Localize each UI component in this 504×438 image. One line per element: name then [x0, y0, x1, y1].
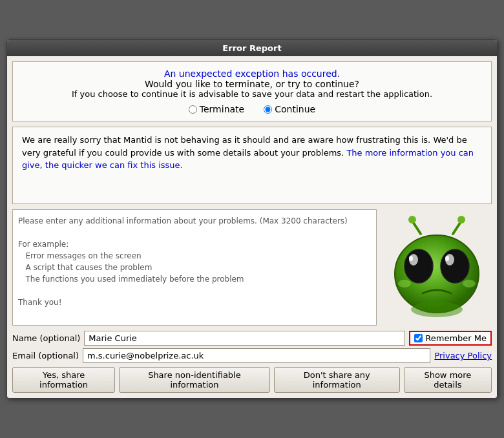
titlebar: Error Report — [7, 40, 497, 56]
error-line2: Would you like to terminate, or try to c… — [22, 79, 482, 89]
window-title: Error Report — [222, 43, 281, 53]
additional-info-textarea[interactable]: Please enter any additional information … — [12, 209, 377, 326]
radio-row: Terminate Continue — [22, 104, 482, 114]
privacy-policy-link[interactable]: Privacy Policy — [434, 351, 492, 360]
email-section: Email (optional) Privacy Policy — [12, 348, 492, 363]
error-report-window: Error Report An unexpected exception has… — [6, 39, 498, 399]
continue-text: Continue — [275, 104, 315, 114]
email-label: Email (optional) — [12, 351, 79, 360]
remember-me-label: Remember Me — [425, 333, 487, 343]
svg-point-11 — [409, 256, 413, 261]
button-row: Yes, share information Share non-identif… — [12, 367, 492, 393]
content-row: Please enter any additional information … — [12, 209, 492, 326]
remember-me-checkbox[interactable] — [414, 334, 423, 342]
show-more-button[interactable]: Show more details — [404, 367, 492, 393]
error-section: An unexpected exception has occured. Wou… — [12, 61, 492, 121]
svg-point-13 — [445, 256, 449, 261]
svg-point-16 — [411, 302, 463, 317]
yes-share-button[interactable]: Yes, share information — [12, 367, 115, 393]
email-input[interactable] — [83, 348, 430, 363]
share-non-button[interactable]: Share non-identifiable information — [119, 367, 270, 393]
apology-box: We are really sorry that Mantid is not b… — [12, 127, 492, 204]
svg-point-15 — [463, 280, 476, 287]
terminate-label[interactable]: Terminate — [189, 104, 244, 114]
terminate-radio[interactable] — [189, 105, 197, 114]
svg-point-14 — [398, 280, 411, 287]
terminate-text: Terminate — [200, 104, 244, 114]
name-label: Name (optional) — [12, 333, 80, 343]
error-message: An unexpected exception has occured. Wou… — [22, 68, 482, 99]
continue-radio[interactable] — [264, 105, 272, 114]
name-input[interactable] — [84, 331, 405, 346]
svg-point-3 — [457, 216, 465, 224]
continue-label[interactable]: Continue — [264, 104, 315, 114]
error-line1: An unexpected exception has occured. — [22, 68, 482, 79]
dont-share-button[interactable]: Don't share any information — [274, 367, 400, 393]
mascot-icon — [385, 216, 488, 319]
remember-me-box[interactable]: Remember Me — [409, 331, 492, 346]
svg-point-1 — [408, 216, 416, 224]
mascot-area — [382, 209, 492, 326]
apology-text: We are really sorry that Mantid is not b… — [22, 134, 482, 172]
error-line3: If you choose to continue it is advisabl… — [22, 89, 482, 99]
name-section: Name (optional) Remember Me — [12, 331, 492, 346]
